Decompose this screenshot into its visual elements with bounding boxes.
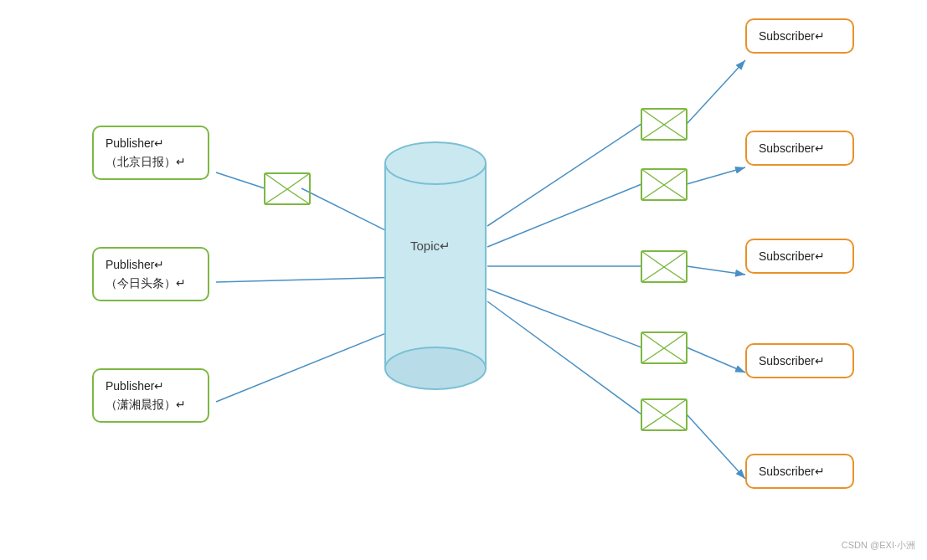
svg-line-3: [216, 276, 434, 282]
svg-line-24: [664, 125, 687, 140]
publisher-box-2: Publisher↵ （今日头条）↵: [92, 247, 209, 301]
svg-line-38: [641, 348, 664, 363]
svg-line-31: [641, 251, 664, 267]
svg-line-27: [664, 169, 687, 185]
svg-line-10: [487, 124, 641, 226]
publisher-box-1: Publisher↵ （北京日报）↵: [92, 126, 209, 180]
svg-line-28: [641, 185, 664, 200]
subscriber-box-1: Subscriber↵: [745, 18, 854, 54]
svg-line-26: [641, 169, 664, 185]
svg-line-36: [641, 332, 664, 348]
svg-rect-30: [641, 251, 687, 282]
svg-line-44: [664, 415, 687, 430]
svg-rect-5: [265, 173, 310, 204]
svg-line-42: [664, 399, 687, 415]
svg-line-9: [287, 189, 310, 204]
subscriber-box-2: Subscriber↵: [745, 131, 854, 166]
pub3-line2: （潇湘晨报）↵: [106, 398, 186, 411]
sub3-label: Subscriber↵: [759, 249, 825, 263]
svg-rect-25: [641, 169, 687, 200]
svg-rect-45: [385, 163, 486, 368]
svg-point-47: [385, 347, 486, 389]
subscriber-box-4: Subscriber↵: [745, 343, 854, 378]
svg-point-46: [385, 142, 486, 184]
svg-line-39: [664, 348, 687, 363]
pub1-line1: Publisher↵: [106, 136, 164, 150]
svg-line-7: [287, 173, 310, 189]
svg-line-19: [687, 414, 745, 479]
svg-line-6: [265, 173, 287, 189]
svg-line-15: [687, 266, 745, 275]
sub5-label: Subscriber↵: [759, 465, 825, 478]
svg-line-21: [641, 109, 664, 125]
svg-rect-35: [641, 332, 687, 363]
svg-rect-20: [641, 109, 687, 140]
sub2-label: Subscriber↵: [759, 141, 825, 155]
pub1-line2: （北京日报）↵: [106, 155, 186, 168]
svg-line-4: [216, 314, 434, 402]
sub1-label: Subscriber↵: [759, 29, 825, 43]
svg-line-37: [664, 332, 687, 348]
svg-rect-40: [641, 399, 687, 430]
subscriber-box-5: Subscriber↵: [745, 454, 854, 489]
svg-line-17: [687, 347, 745, 372]
svg-line-12: [487, 184, 641, 247]
diagram-container: Topic↵ Publisher↵ （北京日报）↵ Publisher↵ （今日…: [0, 0, 927, 560]
svg-line-33: [641, 267, 664, 282]
svg-line-8: [265, 189, 287, 204]
pub2-line1: Publisher↵: [106, 258, 164, 271]
pub2-line2: （今日头条）↵: [106, 276, 186, 290]
sub4-label: Subscriber↵: [759, 354, 825, 367]
svg-line-43: [641, 415, 664, 430]
publisher-box-3: Publisher↵ （潇湘晨报）↵: [92, 368, 209, 423]
svg-line-22: [664, 109, 687, 125]
svg-line-41: [641, 399, 664, 415]
watermark: CSDN @EXI·小洲: [842, 539, 915, 552]
topic-label: Topic↵: [410, 239, 451, 254]
pub3-line1: Publisher↵: [106, 379, 164, 393]
svg-line-29: [664, 185, 687, 200]
svg-line-32: [664, 251, 687, 267]
svg-line-13: [687, 167, 745, 184]
svg-line-18: [487, 301, 641, 414]
svg-line-11: [687, 60, 745, 124]
svg-line-16: [487, 289, 641, 347]
svg-line-1: [216, 172, 265, 188]
subscriber-box-3: Subscriber↵: [745, 239, 854, 274]
svg-line-34: [664, 267, 687, 282]
svg-line-23: [641, 125, 664, 140]
